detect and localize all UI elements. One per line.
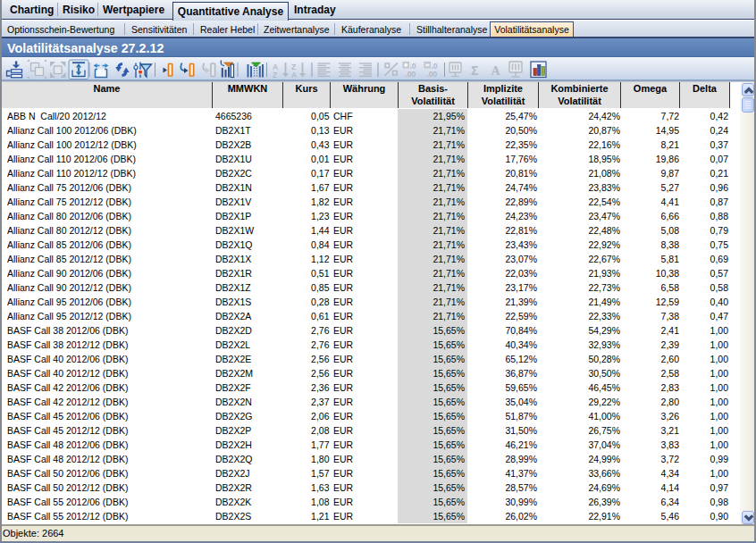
svg-text:Σ: Σ bbox=[471, 63, 478, 78]
svg-text:.00: .00 bbox=[427, 70, 438, 79]
svg-text:A: A bbox=[291, 71, 297, 79]
svg-text:.0: .0 bbox=[410, 62, 416, 71]
svg-text:.00: .00 bbox=[406, 70, 416, 79]
svg-text:.0: .0 bbox=[432, 62, 438, 71]
svg-text:A: A bbox=[491, 64, 501, 78]
svg-text:Z: Z bbox=[273, 71, 277, 79]
